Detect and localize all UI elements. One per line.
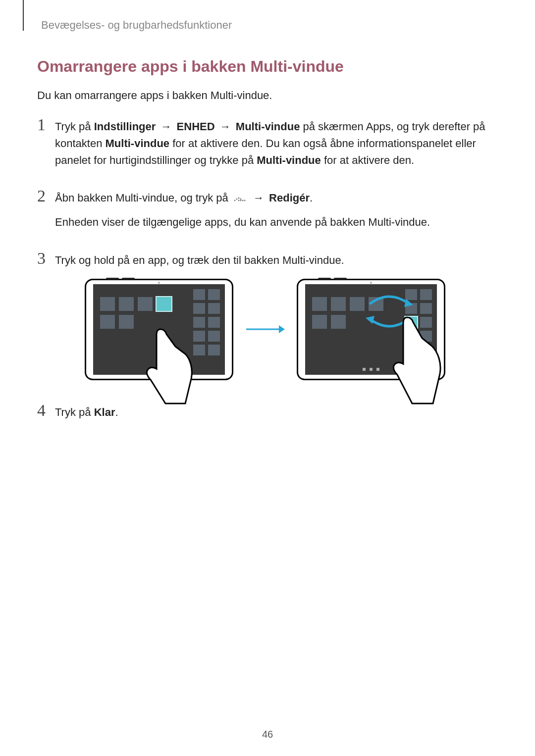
svg-marker-9	[279, 325, 285, 333]
text: for at aktivere den.	[321, 154, 414, 166]
tablet-illustration-right	[297, 279, 445, 380]
bold-text: Multi-vindue	[106, 137, 170, 150]
svg-point-0	[234, 200, 235, 202]
section-intro: Du kan omarrangere apps i bakken Multi-v…	[37, 88, 498, 103]
swap-arrows-icon	[365, 294, 414, 329]
bold-text: Multi-vindue	[257, 154, 321, 166]
svg-point-7	[244, 200, 245, 202]
svg-point-1	[236, 199, 237, 200]
bold-text: Multi-vindue	[236, 120, 300, 133]
step-3-number: 3	[37, 250, 55, 267]
breadcrumb: Bevægelses- og brugbarhedsfunktioner	[41, 19, 498, 32]
step-1-number: 1	[37, 116, 55, 133]
more-dots-icon	[231, 190, 248, 207]
text: .	[310, 192, 313, 204]
step-1-body: Tryk på Indstillinger → ENHED → Multi-vi…	[55, 118, 498, 176]
step-4-body: Tryk på Klar.	[55, 404, 118, 428]
arrow-glyph: →	[156, 120, 176, 133]
step-2: 2 Åbn bakken Multi-vindue, og tryk på	[37, 190, 498, 238]
svg-point-6	[242, 200, 243, 202]
step-2-number: 2	[37, 188, 55, 204]
text: Enheden viser de tilgængelige apps, du k…	[55, 214, 430, 231]
step-3: 3 Tryk og hold på en app, og træk den ti…	[37, 252, 498, 390]
bold-text: ENHED	[177, 120, 215, 133]
svg-point-2	[238, 200, 239, 202]
step-1: 1 Tryk på Indstillinger → ENHED → Multi-…	[37, 118, 498, 176]
step-2-body: Åbn bakken Multi-vindue, og tryk på	[55, 190, 430, 238]
svg-point-5	[240, 200, 241, 202]
header-tab-marker	[23, 0, 24, 31]
tablet-illustration-left	[85, 279, 233, 380]
text: Åbn bakken Multi-vindue, og tryk på	[55, 192, 231, 204]
text: Tryk på	[55, 120, 94, 133]
section-heading: Omarrangere apps i bakken Multi-vindue	[37, 57, 498, 76]
text: .	[115, 406, 118, 418]
arrow-right-icon	[245, 323, 285, 335]
bold-text: Indstillinger	[94, 120, 156, 133]
bold-text: Klar	[94, 406, 115, 418]
illustration-row	[85, 279, 445, 380]
svg-point-4	[240, 199, 241, 200]
arrow-glyph: →	[251, 192, 269, 204]
text: Tryk på	[55, 406, 94, 418]
bold-text: Redigér	[269, 192, 310, 204]
text: Tryk og hold på en app, og træk den til …	[55, 252, 445, 269]
page-number: 46	[0, 729, 535, 740]
arrow-glyph: →	[215, 120, 236, 133]
step-4-number: 4	[37, 402, 55, 419]
step-3-body: Tryk og hold på en app, og træk den til …	[55, 252, 445, 390]
step-4: 4 Tryk på Klar.	[37, 404, 498, 428]
svg-point-3	[238, 198, 239, 199]
